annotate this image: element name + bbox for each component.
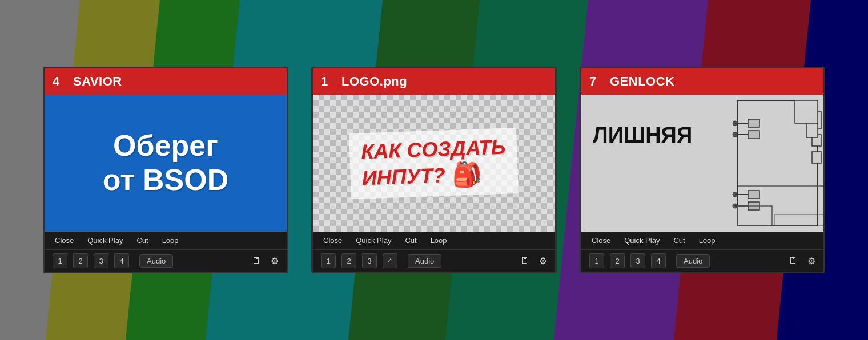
num-btn-2-4[interactable]: 4 bbox=[383, 253, 397, 268]
close-button-1[interactable]: Close bbox=[53, 235, 76, 246]
cut-button-2[interactable]: Cut bbox=[403, 235, 419, 246]
quick-play-button-2[interactable]: Quick Play bbox=[353, 235, 393, 246]
num-btn-3-3[interactable]: 3 bbox=[630, 253, 645, 268]
card-savior-header: 4 SAVIOR bbox=[45, 68, 287, 95]
num-btn-3-4[interactable]: 4 bbox=[651, 253, 666, 268]
card-genlock-controls-row1: Close Quick Play Cut Loop bbox=[581, 232, 823, 249]
card-logo-header: 1 LOGO.png bbox=[313, 68, 555, 95]
card-logo: 1 LOGO.png КАК СОЗДАТЬ ИНПУТ? 🎒 Close bbox=[311, 67, 557, 273]
card-logo-controls: Close Quick Play Cut Loop 1 2 3 4 Audio … bbox=[313, 232, 555, 272]
card-savior-number: 4 bbox=[53, 74, 66, 89]
card-logo-number: 1 bbox=[321, 74, 335, 89]
card-logo-controls-row2: 1 2 3 4 Audio 🖥 ⚙ bbox=[313, 249, 555, 272]
card-logo-controls-row1: Close Quick Play Cut Loop bbox=[313, 232, 555, 249]
loop-button-1[interactable]: Loop bbox=[160, 235, 181, 246]
backpack-emoji: 🎒 bbox=[452, 160, 483, 189]
num-btn-2-1[interactable]: 1 bbox=[321, 253, 336, 268]
card-logo-line1: КАК СОЗДАТЬ bbox=[361, 135, 507, 164]
svg-rect-14 bbox=[806, 123, 818, 137]
card-savior-preview: Оберег от BSOD bbox=[45, 95, 287, 232]
num-btn-2-2[interactable]: 2 bbox=[341, 253, 356, 268]
card-savior-controls-row2: 1 2 3 4 Audio 🖥 ⚙ bbox=[45, 249, 287, 272]
num-btn-3-1[interactable]: 1 bbox=[589, 253, 604, 268]
monitor-icon-2[interactable]: 🖥 bbox=[520, 256, 529, 266]
svg-rect-24 bbox=[748, 119, 760, 127]
audio-button-3[interactable]: Audio bbox=[676, 254, 710, 268]
monitor-icon-1[interactable]: 🖥 bbox=[251, 256, 260, 266]
card-genlock-controls: Close Quick Play Cut Loop 1 2 3 4 Audio … bbox=[581, 232, 823, 272]
svg-rect-29 bbox=[775, 214, 823, 226]
num-btn-1-4[interactable]: 4 bbox=[114, 253, 129, 268]
settings-icon-1[interactable]: ⚙ bbox=[271, 256, 279, 266]
svg-rect-18 bbox=[748, 191, 760, 199]
close-button-3[interactable]: Close bbox=[589, 235, 613, 246]
card-savior-preview-text: Оберег от BSOD bbox=[103, 129, 229, 197]
loop-button-2[interactable]: Loop bbox=[428, 235, 449, 246]
card-genlock-header: 7 GENLOCK bbox=[581, 68, 823, 95]
monitor-icon-3[interactable]: 🖥 bbox=[788, 256, 797, 266]
card-savior-title: SAVIOR bbox=[73, 74, 122, 89]
quick-play-button-3[interactable]: Quick Play bbox=[622, 235, 662, 246]
card-genlock-hw-text: ЛИШНЯЯ bbox=[593, 123, 692, 148]
quick-play-button-1[interactable]: Quick Play bbox=[85, 235, 125, 246]
card-logo-title: LOGO.png bbox=[341, 74, 407, 89]
card-genlock-number: 7 bbox=[589, 74, 603, 89]
card-logo-text-container: КАК СОЗДАТЬ ИНПУТ? 🎒 bbox=[349, 127, 519, 199]
num-btn-2-3[interactable]: 3 bbox=[362, 253, 377, 268]
card-genlock-preview: ЛИШНЯЯ bbox=[581, 95, 823, 232]
cut-button-3[interactable]: Cut bbox=[671, 235, 687, 246]
audio-button-2[interactable]: Audio bbox=[408, 254, 441, 268]
svg-rect-27 bbox=[748, 131, 760, 139]
settings-icon-3[interactable]: ⚙ bbox=[807, 256, 815, 266]
audio-button-1[interactable]: Audio bbox=[139, 254, 173, 268]
settings-icon-2[interactable]: ⚙ bbox=[539, 256, 547, 266]
svg-rect-12 bbox=[812, 152, 821, 163]
num-btn-1-2[interactable]: 2 bbox=[73, 253, 88, 268]
card-logo-line2: ИНПУТ? bbox=[361, 163, 446, 189]
card-savior: 4 SAVIOR Оберег от BSOD Close Quick Play… bbox=[43, 67, 288, 273]
loop-button-3[interactable]: Loop bbox=[697, 235, 718, 246]
card-genlock: 7 GENLOCK ЛИШНЯЯ bbox=[580, 67, 825, 273]
cards-container: 4 SAVIOR Оберег от BSOD Close Quick Play… bbox=[0, 0, 868, 340]
card-genlock-title: GENLOCK bbox=[610, 74, 675, 89]
card-genlock-controls-row2: 1 2 3 4 Audio 🖥 ⚙ bbox=[581, 249, 823, 272]
num-btn-3-2[interactable]: 2 bbox=[610, 253, 625, 268]
hardware-diagram bbox=[686, 95, 823, 232]
svg-rect-13 bbox=[795, 100, 818, 123]
card-logo-preview: КАК СОЗДАТЬ ИНПУТ? 🎒 bbox=[313, 95, 555, 232]
card-savior-controls-row1: Close Quick Play Cut Loop bbox=[45, 232, 287, 249]
cut-button-1[interactable]: Cut bbox=[134, 235, 150, 246]
card-savior-controls: Close Quick Play Cut Loop 1 2 3 4 Audio … bbox=[45, 232, 287, 272]
close-button-2[interactable]: Close bbox=[321, 235, 344, 246]
num-btn-1-1[interactable]: 1 bbox=[53, 253, 67, 268]
num-btn-1-3[interactable]: 3 bbox=[94, 253, 108, 268]
